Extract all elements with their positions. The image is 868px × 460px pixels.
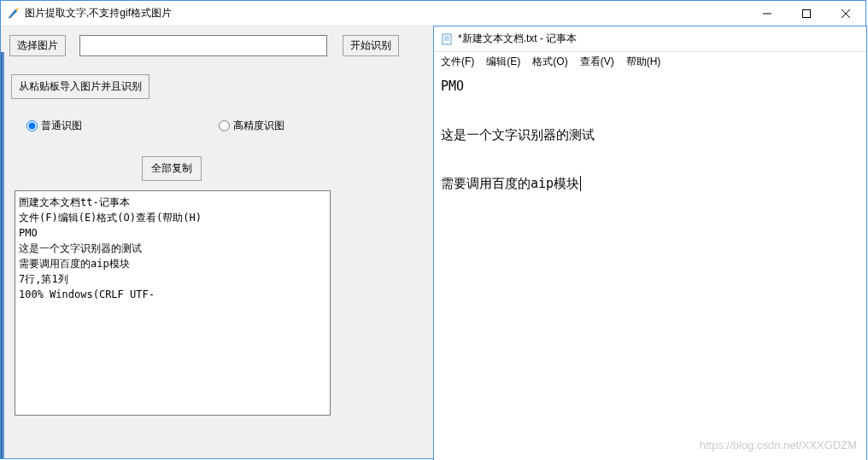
menu-view[interactable]: 查看(V) [580,55,614,69]
menu-format[interactable]: 格式(O) [532,55,567,69]
radio-high[interactable]: 高精度识图 [219,119,284,133]
notepad-content[interactable]: PMO 这是一个文字识别器的测试 需要调用百度的aip模块 [434,71,866,200]
svg-rect-1 [803,10,811,18]
menu-edit[interactable]: 编辑(E) [486,55,520,69]
main-window: 图片提取文字,不支持gif格式图片 选择图片 开始识别 从粘贴板导入图片并且识别… [0,0,866,459]
maximize-button[interactable] [787,1,826,26]
start-recognize-button[interactable]: 开始识别 [343,35,399,56]
client-area: 选择图片 开始识别 从粘贴板导入图片并且识别 普通识图 高精度识图 全部复制 圄… [1,26,865,458]
notepad-title: *新建文本文档.txt - 记事本 [458,32,577,46]
text-cursor [580,176,581,191]
paste-recognize-button[interactable]: 从粘贴板导入图片并且识别 [11,74,150,99]
image-path-input[interactable] [79,35,327,56]
menu-file[interactable]: 文件(F) [441,55,474,69]
radio-normal-label: 普通识图 [41,119,82,133]
notepad-menubar: 文件(F) 编辑(E) 格式(O) 查看(V) 帮助(H) [434,52,866,71]
window-controls [748,1,865,26]
radio-normal-input[interactable] [26,120,38,131]
select-image-button[interactable]: 选择图片 [9,35,66,56]
window-title: 图片提取文字,不支持gif格式图片 [25,6,748,20]
copy-all-button[interactable]: 全部复制 [142,156,202,181]
close-button[interactable] [826,1,865,26]
svg-rect-4 [443,34,451,44]
radio-normal[interactable]: 普通识图 [26,119,82,133]
notepad-titlebar[interactable]: *新建文本文档.txt - 记事本 [434,26,866,52]
minimize-button[interactable] [748,1,787,26]
radio-high-input[interactable] [219,120,230,131]
radio-high-label: 高精度识图 [233,119,284,133]
left-edge-decoration [1,52,4,458]
notepad-window: *新建文本文档.txt - 记事本 文件(F) 编辑(E) 格式(O) 查看(V… [433,26,867,460]
titlebar[interactable]: 图片提取文字,不支持gif格式图片 [1,1,865,26]
app-icon [6,7,20,20]
recognition-mode-group: 普通识图 高精度识图 [26,119,284,133]
notepad-text: PMO 这是一个文字识别器的测试 需要调用百度的aip模块 [441,79,595,191]
output-textarea[interactable]: 圄建文本文档tt-记事本 文件(F)编辑(E)格式(O)查看(帮助(H) PMO… [15,190,331,416]
menu-help[interactable]: 帮助(H) [626,55,661,69]
notepad-icon [441,33,453,45]
